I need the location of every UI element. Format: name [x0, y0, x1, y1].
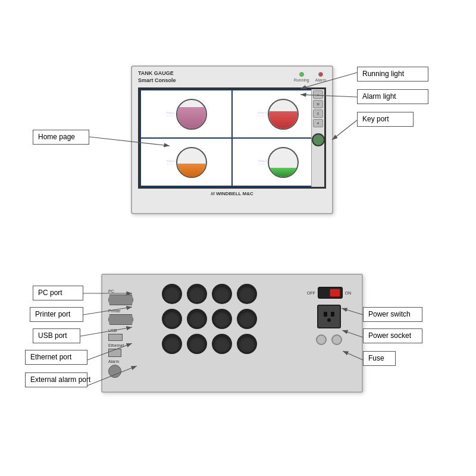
back-right-panel: OFF ON — [302, 287, 356, 345]
tank-q4 — [268, 147, 299, 178]
screen-q4: Probe 4 30.8% — [233, 139, 323, 186]
round-port-2[interactable] — [187, 284, 207, 304]
tank-q3 — [176, 147, 207, 178]
ports-grid — [162, 284, 259, 356]
label-pc-port: PC port — [33, 286, 83, 300]
screen-q1: Probe 1 85.6% — [141, 90, 231, 137]
tank-q1 — [176, 99, 207, 130]
side-btn-4[interactable]: ▼ — [313, 119, 323, 127]
side-btn-3[interactable]: S — [313, 109, 323, 118]
round-port-9[interactable] — [162, 334, 182, 354]
printer-label: Printer — [108, 309, 156, 313]
side-btn-1[interactable]: ▲ — [313, 90, 323, 99]
back-panel: PC Printer USB Ethernet Alarm — [101, 274, 363, 393]
ethernet-connector[interactable] — [108, 349, 121, 357]
round-port-4[interactable] — [237, 284, 257, 304]
printer-connector[interactable] — [108, 314, 133, 325]
key-port-button[interactable] — [312, 133, 325, 146]
socket-hole-left — [324, 312, 327, 317]
round-port-7[interactable] — [212, 309, 232, 329]
device-logo: /// WINDBELL M&C — [132, 191, 332, 196]
label-power-socket: Power socket — [363, 328, 422, 343]
ethernet-label: Ethernet — [108, 343, 156, 347]
fuse-2[interactable] — [331, 334, 342, 345]
fuse-1[interactable] — [316, 334, 327, 345]
label-fuse: Fuse — [363, 351, 396, 366]
svg-line-4 — [332, 120, 357, 140]
usb-connector[interactable] — [108, 334, 123, 341]
label-ethernet-port: Ethernet port — [25, 350, 87, 365]
fuse-area — [316, 334, 342, 345]
alarm-connector-label: Alarm — [108, 359, 156, 364]
round-port-12[interactable] — [237, 334, 257, 354]
label-home-page: Home page — [33, 130, 89, 145]
socket-hole-ground — [327, 318, 331, 322]
label-power-switch: Power switch — [363, 307, 422, 322]
back-left-connectors: PC Printer USB Ethernet Alarm — [108, 287, 156, 379]
device-title: TANK GAUGE Smart Console — [138, 70, 176, 84]
running-light-indicator: Running — [294, 72, 309, 82]
round-port-6[interactable] — [187, 309, 207, 329]
power-switch[interactable] — [318, 287, 343, 299]
label-usb-port: USB port — [33, 328, 80, 343]
socket-top-holes — [324, 312, 334, 317]
tank-q2 — [268, 99, 299, 130]
label-printer-port: Printer port — [30, 307, 83, 322]
screen-q2: Probe 2 62.3% — [233, 90, 323, 137]
alarm-dot — [318, 72, 323, 77]
alarm-light-indicator: Alarm — [315, 72, 326, 82]
alarm-connector[interactable] — [108, 365, 121, 378]
switch-on-label: ON — [345, 291, 352, 295]
round-port-8[interactable] — [237, 309, 257, 329]
usb-label: USB — [108, 328, 156, 333]
label-external-alarm: External alarm port — [25, 372, 87, 387]
round-port-11[interactable] — [212, 334, 232, 354]
switch-off-label: OFF — [307, 291, 315, 295]
device-screen: Probe 1 85.6% Probe 2 62.3% Probe 3 45.1… — [138, 87, 326, 189]
screen-q3: Probe 3 45.1% — [141, 139, 231, 186]
pc-label: PC — [108, 289, 156, 293]
power-socket — [317, 305, 341, 328]
tank-gauge-console: TANK GAUGE Smart Console Running Alarm P… — [131, 65, 333, 214]
label-key-port: Key port — [357, 112, 414, 127]
round-port-1[interactable] — [162, 284, 182, 304]
round-port-10[interactable] — [187, 334, 207, 354]
power-switch-area: OFF ON — [307, 287, 352, 299]
round-port-3[interactable] — [212, 284, 232, 304]
round-port-5[interactable] — [162, 309, 182, 329]
label-alarm-light: Alarm light — [357, 89, 428, 104]
socket-hole-right — [331, 312, 334, 317]
running-dot — [299, 72, 304, 77]
rocker-knob — [330, 289, 340, 297]
side-btn-2[interactable]: M — [313, 100, 323, 108]
pc-connector[interactable] — [108, 295, 133, 305]
label-running-light: Running light — [357, 67, 428, 82]
